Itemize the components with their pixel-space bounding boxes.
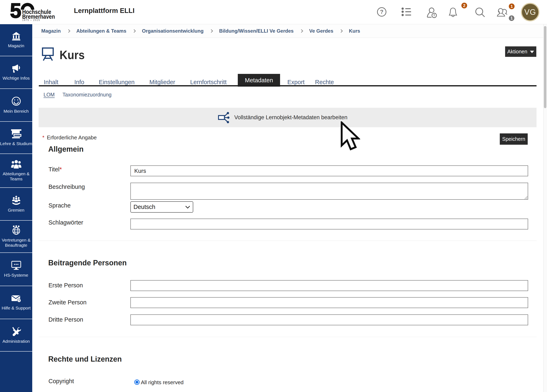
svg-text:?: ? (380, 9, 383, 15)
svg-text:?: ? (18, 299, 20, 302)
